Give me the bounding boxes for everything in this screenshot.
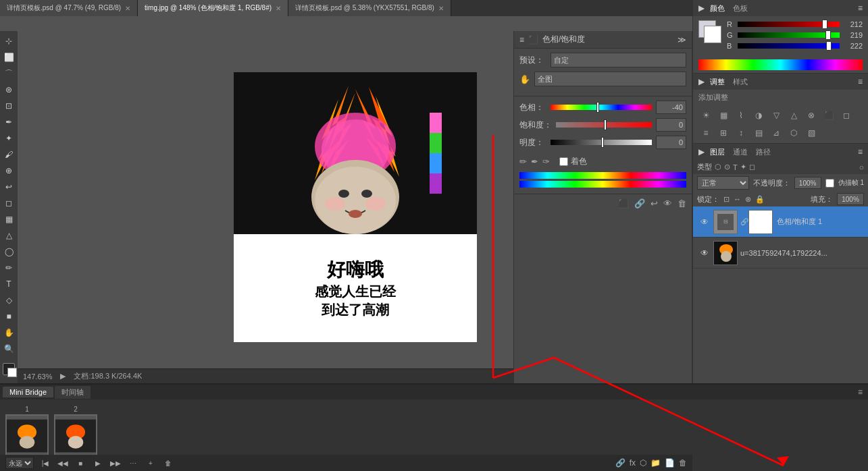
color-expand-icon[interactable]: ▶ bbox=[698, 3, 705, 13]
tab-0-close[interactable]: ✕ bbox=[125, 5, 130, 12]
crop-tool[interactable]: ⊡ bbox=[1, 99, 16, 113]
r-thumb[interactable] bbox=[822, 20, 827, 29]
healing-tool[interactable]: ✦ bbox=[1, 131, 16, 146]
pen-tool[interactable]: ✏ bbox=[1, 260, 16, 275]
hand-tool[interactable]: ✋ bbox=[1, 325, 16, 340]
prev-frame-btn[interactable]: ◀◀ bbox=[57, 457, 69, 469]
tuning-expand-icon[interactable]: ▶ bbox=[698, 77, 705, 86]
light-slider-track[interactable] bbox=[551, 140, 652, 145]
shape-tool[interactable]: ■ bbox=[1, 309, 16, 324]
foreground-color[interactable] bbox=[3, 363, 15, 375]
bw-icon[interactable]: ⬛ bbox=[821, 108, 836, 123]
dodge-tool[interactable]: ◯ bbox=[1, 244, 16, 259]
lasso-tool[interactable]: ⌒ bbox=[1, 66, 16, 81]
prop-bottom-icon-4[interactable]: 👁 bbox=[663, 198, 672, 209]
prop-bottom-icon-5[interactable]: 🗑 bbox=[678, 198, 686, 209]
folder-icon-bottom[interactable]: 📁 bbox=[650, 458, 661, 468]
gradient-map-icon[interactable]: ▧ bbox=[804, 126, 819, 140]
history-tool[interactable]: ↩ bbox=[1, 179, 16, 194]
layer-1-visibility[interactable]: 👁 bbox=[698, 247, 711, 259]
zoom-icon[interactable]: ▶ bbox=[60, 372, 66, 381]
tab-2[interactable]: 详情页模板.psd @ 5.38% (YKX57551, RGB/8) ✕ bbox=[288, 0, 451, 16]
posterize-icon[interactable]: ▤ bbox=[751, 126, 766, 140]
colorsearch-icon[interactable]: ⊞ bbox=[716, 126, 731, 140]
timeline-tab[interactable]: 时间轴 bbox=[55, 386, 91, 399]
hue-tool-3[interactable]: ✑ bbox=[542, 157, 550, 167]
layer-item-0[interactable]: 👁 ⊟ 🔗 色相/饱和度 1 bbox=[693, 206, 868, 238]
b-thumb[interactable] bbox=[826, 41, 832, 51]
lock-icon-4[interactable]: 🔒 bbox=[755, 195, 765, 204]
g-thumb[interactable] bbox=[825, 30, 831, 40]
filter-toggle[interactable]: ○ bbox=[859, 163, 864, 172]
exposure-icon[interactable]: ◑ bbox=[751, 108, 766, 123]
tab-adjustments[interactable]: 调整 bbox=[710, 77, 725, 87]
photofilter-icon[interactable]: ◻ bbox=[839, 108, 854, 123]
delete-frame-btn[interactable]: 🗑 bbox=[162, 457, 174, 469]
tab-1[interactable]: timg.jpg @ 148% (色相/饱和度 1, RGB/8#) ✕ bbox=[138, 0, 288, 16]
tab-2-close[interactable]: ✕ bbox=[438, 5, 444, 12]
colorbalance-icon[interactable]: ⊗ bbox=[804, 108, 819, 123]
channel-select[interactable]: 全图 bbox=[534, 72, 686, 86]
first-frame-btn[interactable]: |◀ bbox=[39, 457, 51, 469]
invert-icon[interactable]: ↕ bbox=[734, 126, 748, 140]
preset-select[interactable]: 自定 bbox=[551, 53, 686, 67]
layer-item-1[interactable]: 👁 u=3817592474,1792224... bbox=[693, 238, 868, 269]
sat-thumb[interactable] bbox=[604, 119, 607, 130]
clone-tool[interactable]: ⊕ bbox=[1, 163, 16, 178]
light-value-input[interactable]: 0 bbox=[656, 136, 686, 149]
prop-bottom-icon-3[interactable]: ↩ bbox=[650, 198, 658, 209]
zoom-tool[interactable]: 🔍 bbox=[1, 341, 16, 356]
tab-channels[interactable]: 通道 bbox=[733, 147, 748, 157]
tab-paths[interactable]: 路径 bbox=[756, 147, 771, 157]
tab-1-close[interactable]: ✕ bbox=[276, 5, 281, 12]
tab-0[interactable]: 详情页模板.psd @ 47.7% (49, RGB/8) ✕ bbox=[0, 0, 138, 16]
filter-icon-1[interactable]: ⬡ bbox=[715, 163, 721, 171]
tab-style[interactable]: 样式 bbox=[733, 77, 748, 87]
gradient-tool[interactable]: ▦ bbox=[1, 212, 16, 227]
r-slider-track[interactable] bbox=[738, 22, 840, 27]
next-frame-btn[interactable]: ▶▶ bbox=[109, 457, 122, 469]
delete-layer-icon-bottom[interactable]: 🗑 bbox=[679, 458, 687, 468]
layers-options[interactable]: ≡ bbox=[858, 147, 863, 157]
g-slider-track[interactable] bbox=[738, 32, 840, 38]
bottom-panel-options[interactable]: ≡ bbox=[855, 387, 865, 397]
lock-icon-2[interactable]: ↔ bbox=[734, 195, 741, 203]
filter-icon-5[interactable]: ◻ bbox=[749, 163, 755, 171]
layers-expand-icon[interactable]: ▶ bbox=[698, 147, 705, 157]
vibrance-icon[interactable]: ▽ bbox=[769, 108, 784, 123]
threshold-icon[interactable]: ⊿ bbox=[769, 126, 784, 140]
channelmixer-icon[interactable]: ≡ bbox=[698, 126, 713, 140]
eyedropper-tool[interactable]: ✒ bbox=[1, 115, 16, 130]
lock-icon-1[interactable]: ⊡ bbox=[723, 195, 730, 204]
fill-input[interactable] bbox=[837, 193, 864, 205]
b-slider-track[interactable] bbox=[738, 43, 840, 49]
sat-slider-track[interactable] bbox=[556, 122, 652, 128]
tab-swatches[interactable]: 色板 bbox=[733, 3, 748, 13]
colorize-checkbox[interactable] bbox=[559, 157, 568, 166]
hand-cursor-icon[interactable]: ✋ bbox=[519, 74, 530, 84]
mask-icon-bottom[interactable]: ⬡ bbox=[640, 458, 646, 468]
opacity-input[interactable] bbox=[794, 177, 821, 189]
prop-bottom-icon-2[interactable]: 🔗 bbox=[634, 198, 645, 209]
blend-mode-select[interactable]: 正常 bbox=[697, 176, 749, 190]
levels-icon[interactable]: ▦ bbox=[716, 108, 731, 123]
tab-color[interactable]: 颜色 bbox=[710, 3, 725, 13]
hue-slider-track[interactable] bbox=[551, 105, 652, 110]
mini-bridge-tab[interactable]: Mini Bridge bbox=[3, 387, 53, 397]
hue-tool-2[interactable]: ✒ bbox=[531, 157, 538, 167]
hue-thumb[interactable] bbox=[596, 102, 599, 113]
stop-btn[interactable]: ■ bbox=[74, 457, 86, 469]
brush-tool[interactable]: 🖌 bbox=[1, 147, 16, 162]
filter-icon-2[interactable]: ⊙ bbox=[724, 163, 730, 171]
filter-icon-3[interactable]: T bbox=[733, 163, 738, 171]
curves-icon[interactable]: ⌇ bbox=[734, 108, 748, 123]
pseudo-frame-checkbox[interactable] bbox=[825, 179, 834, 188]
hue-value-input[interactable]: -40 bbox=[656, 101, 686, 114]
lock-icon-3[interactable]: ⊗ bbox=[745, 195, 751, 204]
layer-0-visibility[interactable]: 👁 bbox=[698, 216, 711, 228]
marquee-tool[interactable]: ⬜ bbox=[1, 50, 16, 65]
properties-expand-icon[interactable]: ≡ bbox=[519, 35, 524, 45]
new-frame-btn[interactable]: + bbox=[145, 457, 157, 469]
light-thumb[interactable] bbox=[601, 137, 604, 148]
hue-tool-1[interactable]: ✏ bbox=[519, 157, 527, 167]
